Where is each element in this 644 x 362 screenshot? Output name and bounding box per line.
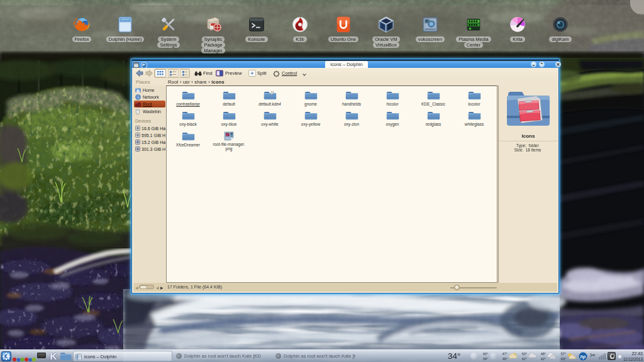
svg-text:hp: hp [580,354,586,359]
